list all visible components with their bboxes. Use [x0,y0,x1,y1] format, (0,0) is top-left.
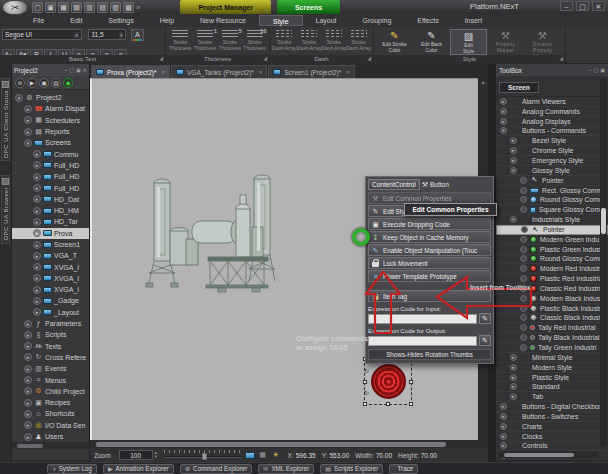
ribbon-context-tab[interactable]: Screens [277,0,340,14]
resize-handle[interactable] [409,402,413,406]
expander-icon[interactable]: ▸ [24,399,32,407]
style-button[interactable]: ⚒ Dynamic Property Mapper [524,29,561,55]
expander-icon[interactable] [520,344,527,351]
toolbox-item[interactable]: Plastic Green Indust [496,245,608,255]
project-tree-item[interactable]: ▸ HD_Tar [12,216,89,227]
expander-icon[interactable] [520,314,527,321]
stroke-thickness-button[interactable]: 1 Stroke Thickness [193,29,218,55]
stroke-thickness-button[interactable]: Stroke Thickness [168,29,193,55]
toolbox-item[interactable]: ▸ Clocks [496,432,608,442]
slider-thumb[interactable] [202,453,207,460]
project-tree-item[interactable]: ▸ Parameters [12,318,89,329]
float-button[interactable]: ▢ [69,67,74,73]
expander-icon[interactable]: ▸ [500,403,507,410]
chevron-down-icon[interactable]: ▾ [74,32,79,38]
project-tree-item[interactable]: ▸ Shortcuts [12,408,89,419]
context-menu-item[interactable]: Lock Movement [368,257,491,269]
status-bar-button[interactable]: Scripts Explorer [320,464,383,474]
toolbox-item[interactable]: ▸ Chrome Style [496,146,608,156]
expander-icon[interactable]: ▸ [33,286,41,294]
toolbox-item[interactable]: Square Glossy Comm [496,205,608,215]
expander-icon[interactable]: ▸ [33,161,41,169]
project-tree-item[interactable]: ▸ Cross Refere [12,352,89,363]
canvas-tab[interactable]: Prova (Project2)* × [91,65,170,78]
expander-icon[interactable]: ▸ [24,342,32,350]
toolbox-item[interactable]: ▸ Analog Commands [496,107,608,117]
round-glossy-command-object[interactable] [352,228,370,246]
menu-item[interactable]: Insert [452,15,496,26]
context-menu-item[interactable]: Keep Object in Cache Memory [368,231,491,243]
project-tree-item[interactable]: ▸ Schedulers [12,115,89,126]
toolbox-item[interactable]: Round Glossy Comm [496,255,608,265]
expander-icon[interactable]: ▸ [510,383,517,390]
expander-icon[interactable]: ▸ [24,331,32,339]
project-tree-item[interactable]: ▸ I/O Data Sen [12,420,89,431]
online-status-icon[interactable]: ◉ [63,78,73,88]
expander-icon[interactable]: ▸ [510,157,517,164]
screen-fit-icon[interactable] [245,452,255,459]
style-button[interactable]: ✎ Edit Back Color [413,29,450,55]
stroke-dash-button[interactable]: 1 Stroke Dash Array [297,29,322,55]
export-icon[interactable]: ▩ [123,2,134,13]
project-panel-header[interactable]: Project2 –▢▣✕ [12,64,89,76]
zoom-value-input[interactable] [119,450,153,460]
project-tree-item[interactable]: ▸ Child Project [12,386,89,397]
expander-icon[interactable] [520,324,527,331]
menu-item[interactable]: Style [259,15,303,26]
import-icon[interactable]: ▨ [110,2,121,13]
scrollbar-thumb[interactable] [504,453,574,457]
project-tree-item[interactable]: ▸ Users [12,431,89,442]
close-button[interactable]: ✕ [592,1,605,11]
expander-icon[interactable]: ▸ [510,147,517,154]
expander-icon[interactable]: ▸ [510,393,517,400]
close-button[interactable]: ✕ [83,67,87,73]
save-icon[interactable]: ▣ [45,2,56,13]
maximize-button[interactable]: ▢ [576,1,589,11]
toolbox-item[interactable]: Round Glossy Comm [496,195,608,205]
expander-icon[interactable]: ▸ [24,128,32,136]
font-size-select[interactable]: 11,5▾ [88,29,126,40]
stroke-thickness-button[interactable]: 10 Stroke Thickness [242,29,267,55]
dialog-launcher-icon[interactable]: ◢ [559,54,563,63]
scroll-up-icon[interactable]: ▲ [479,78,487,87]
stroke-thickness-button[interactable]: 5 Stroke Thickness [218,29,243,55]
expander-icon[interactable]: ▸ [500,433,507,440]
toolbox-item[interactable]: ▸ Standard [496,382,608,392]
paste-icon[interactable]: ▥ [84,2,95,13]
expander-icon[interactable]: ▸ [33,263,41,271]
minimize-button[interactable]: – [589,67,592,73]
docked-panel-tab[interactable]: OPC UA Browser [1,175,10,243]
close-tab-icon[interactable]: × [259,69,263,75]
expander-icon[interactable]: ▸ [33,297,41,305]
expander-icon[interactable]: ▸ [24,320,32,328]
expander-icon[interactable] [520,295,527,302]
zoom-slider[interactable] [164,450,242,460]
expander-icon[interactable] [520,255,527,262]
canvas-tab[interactable]: VGA_Tanks (Project2)* × [171,65,267,78]
project-tree-item[interactable]: ▸ XVGA_I [12,261,89,272]
toolbox-item[interactable]: Modern Red Industri [496,264,608,274]
expander-icon[interactable]: ▸ [24,387,32,395]
toolbox-item[interactable]: Tally Green Industri [496,343,608,353]
stroke-dash-button[interactable]: 5 Stroke Dash Array [322,29,347,55]
toolbox-item[interactable]: ▸ Alarm Viewers [496,97,608,107]
expander-icon[interactable]: ▸ [24,410,32,418]
toolbox-item[interactable]: ▸ Plastic Style [496,373,608,383]
selected-object-frame[interactable]: ↻ ↻ [364,358,412,405]
resize-handle[interactable] [409,380,413,384]
project-tree-item[interactable]: ▸ Prova [12,228,89,239]
menu-item[interactable]: Edit [57,15,95,26]
toolbox-item[interactable]: ▸ Bezel Style [496,136,608,146]
expander-icon[interactable]: ▸ [33,173,41,181]
style-button[interactable]: ✎ Edit Stroke Color [376,29,413,55]
expander-icon[interactable] [520,275,527,282]
float-button[interactable]: ▢ [594,67,599,73]
dialog-launcher-icon[interactable]: ◢ [159,54,163,63]
expander-icon[interactable] [521,226,528,233]
pin-button[interactable]: ▣ [76,67,81,73]
project-tree-item[interactable]: ▸ XVGA_I [12,273,89,284]
expander-icon[interactable]: ▾ [15,94,23,102]
context-menu-item[interactable]: Enable Object Manipulation (Touc [368,244,491,256]
expander-icon[interactable]: ▸ [500,442,507,449]
toolbox-item[interactable]: ▸ Analog Displays [496,117,608,127]
